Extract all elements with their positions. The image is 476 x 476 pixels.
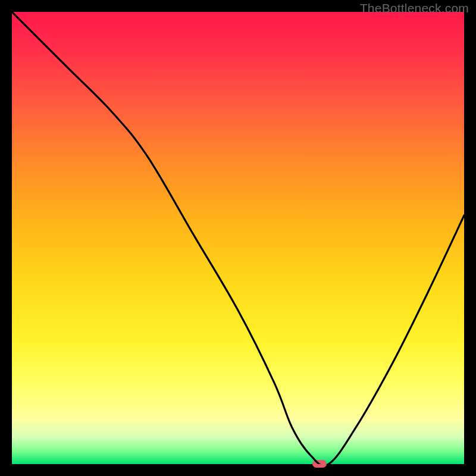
chart-stage: TheBottleneck.com (0, 0, 476, 476)
plot-area (12, 12, 464, 464)
curve-path (12, 12, 464, 464)
bottleneck-curve (12, 12, 464, 464)
watermark-text: TheBottleneck.com (360, 1, 469, 15)
